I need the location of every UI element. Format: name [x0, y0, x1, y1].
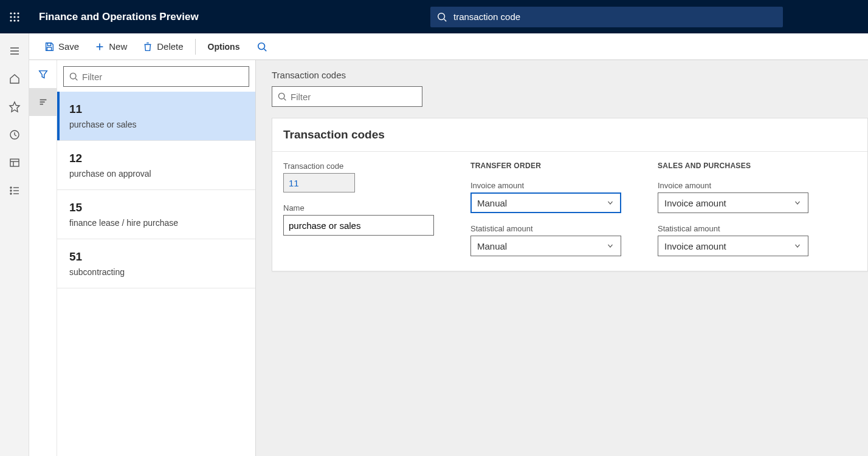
options-label: Options: [208, 42, 240, 52]
sp-statistical-amount-value: Invoice amount: [664, 241, 726, 251]
sp-invoice-amount-select[interactable]: Invoice amount: [658, 192, 808, 213]
list-item-code: 51: [69, 250, 246, 264]
page-search-button[interactable]: [248, 38, 276, 56]
nav-modules[interactable]: [0, 177, 29, 205]
list-item[interactable]: 12purchase on approval: [57, 141, 255, 190]
sp-statistical-amount-label: Statistical amount: [658, 224, 808, 233]
list-item[interactable]: 51subcontracting: [57, 239, 255, 288]
nav-rail: [0, 33, 29, 456]
chevron-down-icon: [606, 199, 615, 207]
nav-hamburger[interactable]: [0, 37, 29, 65]
svg-point-37: [70, 73, 76, 79]
list-filter-input[interactable]: [78, 72, 244, 82]
search-icon: [257, 41, 267, 52]
to-statistical-amount-label: Statistical amount: [470, 224, 621, 233]
card-title: Transaction codes: [272, 118, 867, 152]
svg-line-40: [284, 98, 286, 100]
action-separator: [195, 39, 196, 55]
svg-line-33: [264, 49, 267, 51]
list-items: 11purchase or sales12purchase on approva…: [57, 92, 255, 456]
search-icon: [436, 12, 447, 22]
to-statistical-amount-value: Manual: [477, 241, 507, 251]
transaction-code-field[interactable]: [283, 173, 355, 192]
filter-pane-toggle[interactable]: [29, 60, 57, 88]
list-pane: 11purchase or sales12purchase on approva…: [29, 60, 256, 456]
svg-point-5: [17, 16, 19, 18]
detail-filter[interactable]: [272, 86, 422, 107]
svg-rect-17: [10, 159, 19, 166]
svg-point-20: [10, 187, 12, 188]
workspace-icon: [9, 157, 21, 169]
save-button[interactable]: Save: [36, 38, 87, 56]
transaction-code-label: Transaction code: [283, 162, 434, 171]
nav-home[interactable]: [0, 65, 29, 93]
global-search-input[interactable]: [447, 12, 777, 22]
app-launcher-button[interactable]: [0, 0, 29, 33]
transfer-order-section-label: TRANSFER ORDER: [470, 162, 621, 170]
sales-purchases-section-label: SALES AND PURCHASES: [658, 162, 808, 170]
svg-point-0: [10, 12, 12, 14]
to-invoice-amount-label: Invoice amount: [470, 181, 621, 190]
list-item-code: 12: [69, 152, 246, 165]
sp-invoice-amount-value: Invoice amount: [664, 198, 726, 208]
trash-icon: [142, 41, 153, 52]
sp-statistical-amount-select[interactable]: Invoice amount: [658, 236, 808, 256]
svg-rect-26: [47, 43, 50, 46]
name-field[interactable]: [283, 215, 434, 236]
home-icon: [9, 73, 21, 85]
hamburger-icon: [9, 45, 21, 57]
list-item-name: subcontracting: [69, 267, 246, 277]
action-bar: Save New Delete Options: [29, 33, 868, 60]
save-icon: [44, 41, 55, 52]
svg-point-7: [13, 19, 15, 21]
svg-point-2: [17, 12, 19, 14]
delete-label: Delete: [157, 41, 183, 52]
list-item[interactable]: 15finance lease / hire purchase: [57, 190, 255, 239]
list-pane-toggle[interactable]: [29, 88, 57, 116]
field-group-transfer-order: TRANSFER ORDER Invoice amount Manual: [470, 162, 621, 256]
to-invoice-amount-value: Manual: [477, 198, 507, 208]
options-button[interactable]: Options: [199, 38, 249, 55]
svg-rect-27: [47, 47, 51, 50]
waffle-icon: [9, 12, 20, 22]
nav-workspaces[interactable]: [0, 149, 29, 177]
lines-icon: [38, 97, 49, 107]
list-item-code: 15: [69, 201, 246, 214]
svg-point-24: [10, 193, 12, 194]
svg-point-3: [10, 16, 12, 18]
to-invoice-amount-select[interactable]: Manual: [470, 192, 621, 213]
svg-line-10: [444, 19, 447, 21]
new-button[interactable]: New: [87, 38, 135, 56]
detail-filter-input[interactable]: [287, 92, 417, 102]
chevron-down-icon: [606, 242, 615, 250]
list-item[interactable]: 11purchase or sales: [57, 92, 255, 141]
chevron-down-icon: [793, 199, 802, 207]
svg-point-22: [10, 190, 12, 191]
plus-icon: [94, 41, 105, 52]
svg-point-32: [258, 43, 265, 49]
save-label: Save: [58, 41, 79, 52]
global-search[interactable]: [430, 7, 783, 27]
svg-line-16: [15, 135, 16, 136]
svg-point-39: [278, 93, 284, 99]
list-filter[interactable]: [63, 66, 249, 87]
detail-heading: Transaction codes: [272, 70, 852, 80]
list-toggle-column: [29, 60, 57, 456]
svg-line-38: [75, 78, 77, 80]
to-statistical-amount-select[interactable]: Manual: [470, 236, 621, 256]
funnel-icon: [38, 69, 49, 80]
nav-recent[interactable]: [0, 121, 29, 149]
delete-button[interactable]: Delete: [135, 38, 191, 56]
nav-favorites[interactable]: [0, 93, 29, 121]
sp-invoice-amount-label: Invoice amount: [658, 181, 808, 190]
list-item-name: purchase or sales: [69, 120, 246, 129]
svg-point-1: [13, 12, 15, 14]
star-icon: [9, 101, 21, 113]
list-icon: [9, 185, 21, 197]
field-group-general: Transaction code Name: [283, 162, 434, 256]
detail-card: Transaction codes Transaction code Name: [272, 118, 868, 271]
search-icon: [69, 72, 78, 81]
top-bar: Finance and Operations Preview: [0, 0, 868, 33]
svg-point-9: [438, 13, 445, 19]
list-item-name: finance lease / hire purchase: [69, 218, 246, 228]
